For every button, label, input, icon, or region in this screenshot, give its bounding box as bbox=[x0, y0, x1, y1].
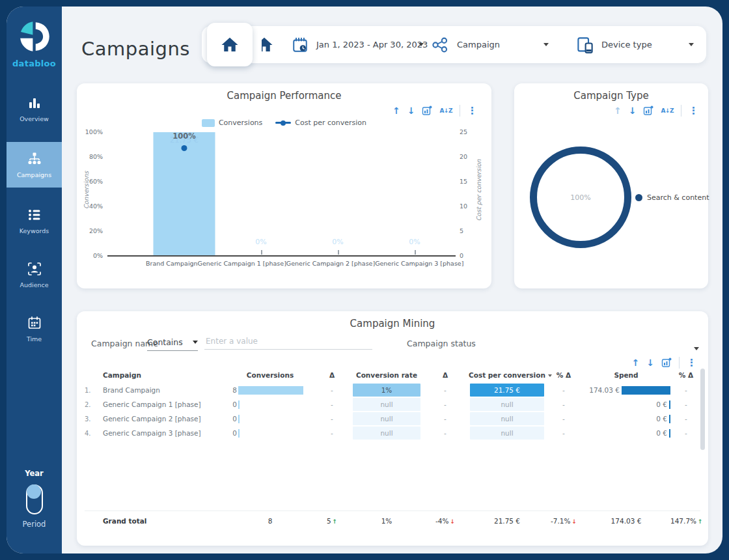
table-title: Campaign Mining bbox=[77, 318, 708, 329]
sort-up-icon[interactable]: ↑ bbox=[632, 358, 640, 367]
header-pct-delta[interactable]: % Δ bbox=[545, 371, 582, 379]
chart-title: Campaign Performance bbox=[77, 90, 491, 102]
sidebar: databloo Overview Campaigns Keywords Aud bbox=[7, 7, 62, 553]
sort-down-icon[interactable]: ↓ bbox=[646, 358, 654, 367]
campaign-mining-card: Campaign Mining Campaign name Contains C… bbox=[77, 311, 708, 546]
cell-delta: - bbox=[422, 400, 469, 408]
bar-swatch-icon bbox=[202, 119, 215, 127]
bar-value-label: 0% bbox=[223, 238, 299, 246]
total-cost-delta: -7.1%↓ bbox=[545, 517, 582, 525]
table-row[interactable]: 2. Generic Campaign 1 [phase] 0 - null -… bbox=[85, 397, 702, 412]
row-number: 1. bbox=[85, 387, 103, 394]
cell-delta: - bbox=[312, 415, 351, 423]
cell-conversions: 8 bbox=[228, 386, 312, 395]
sidebar-item-campaigns[interactable]: Campaigns bbox=[7, 142, 62, 188]
filter-operator-select[interactable]: Contains bbox=[147, 337, 198, 351]
x-axis-labels: Brand Campaign Generic Campaign 1 [phase… bbox=[146, 260, 453, 267]
table-scrollbar[interactable] bbox=[700, 369, 705, 450]
y-axis-left-title: Conversions bbox=[83, 154, 90, 226]
cell-campaign: Generic Campaign 2 [phase] bbox=[103, 415, 228, 423]
sort-up-icon[interactable]: ↑ bbox=[614, 106, 622, 115]
row-number: 3. bbox=[85, 415, 103, 423]
table-controls: ↑ ↓ ⋮ bbox=[632, 357, 696, 369]
y-axis-right-ticks: 25 20 15 10 5 0 bbox=[460, 128, 475, 259]
conversions-bar bbox=[238, 415, 240, 423]
header-cost-per-conversion[interactable]: Cost per conversion bbox=[469, 371, 545, 379]
date-range-caret[interactable] bbox=[419, 26, 424, 63]
sort-az-icon[interactable]: A↓Z bbox=[439, 106, 452, 115]
date-range-picker[interactable]: Jan 1, 2023 - Apr 30, 2023 bbox=[292, 26, 428, 63]
cell-conversion-rate: null bbox=[353, 398, 420, 411]
sidebar-item-audience[interactable]: Audience bbox=[7, 256, 62, 288]
total-conversion-rate: 1% bbox=[351, 517, 422, 525]
header-pct-delta[interactable]: % Δ bbox=[670, 371, 702, 379]
device-filter-label: Device type bbox=[601, 40, 652, 49]
table-row[interactable]: 3. Generic Campaign 2 [phase] 0 - null -… bbox=[85, 412, 702, 426]
chevron-down-icon bbox=[694, 347, 699, 350]
audience-icon bbox=[7, 261, 62, 278]
sort-az-icon[interactable]: A↓Z bbox=[661, 106, 674, 115]
optional-metrics-icon[interactable] bbox=[661, 357, 672, 368]
bar-group-generic-3[interactable]: 0% bbox=[376, 132, 453, 255]
header-campaign[interactable]: Campaign bbox=[103, 371, 228, 379]
cell-spend: 0 € bbox=[582, 400, 670, 409]
cell-cost-per-conversion: 21.75 € bbox=[470, 384, 544, 397]
more-menu-icon[interactable]: ⋮ bbox=[467, 106, 477, 115]
cell-campaign: Generic Campaign 3 [phase] bbox=[103, 429, 228, 437]
cell-delta: - bbox=[422, 386, 469, 394]
sidebar-item-time[interactable]: Time bbox=[7, 310, 62, 343]
header-delta[interactable]: Δ bbox=[312, 371, 351, 379]
sidebar-item-overview[interactable]: Overview bbox=[7, 90, 62, 122]
sort-down-icon[interactable]: ↓ bbox=[629, 106, 637, 115]
bar-group-generic-2[interactable]: 0% bbox=[299, 132, 376, 255]
cell-cost-per-conversion: null bbox=[470, 412, 544, 425]
cell-cost-per-conversion: null bbox=[470, 398, 544, 411]
bar-value-label: 0% bbox=[299, 238, 376, 246]
device-filter-caret[interactable] bbox=[689, 26, 694, 63]
bar-group-brand-campaign[interactable]: 100% 21.75 € bbox=[146, 132, 223, 255]
campaign-filter-label: Campaign bbox=[457, 40, 500, 49]
table-row[interactable]: 4. Generic Campaign 3 [phase] 0 - null -… bbox=[85, 426, 702, 440]
table-row[interactable]: 1. Brand Campaign 8 - 1% - 21.75 € - 174… bbox=[85, 383, 702, 397]
header-delta[interactable]: Δ bbox=[422, 371, 469, 379]
divider bbox=[681, 105, 681, 117]
sort-up-icon[interactable]: ↑ bbox=[392, 106, 400, 115]
device-filter[interactable]: Device type bbox=[575, 26, 652, 63]
brand-name: databloo bbox=[7, 59, 62, 68]
cell-delta: - bbox=[312, 400, 351, 408]
optional-metrics-icon[interactable] bbox=[643, 105, 653, 116]
header-conversions[interactable]: Conversions bbox=[228, 371, 312, 379]
tick-label: 25 bbox=[460, 128, 467, 135]
cost-line-point[interactable] bbox=[182, 145, 187, 151]
total-rate-delta: -4%↓ bbox=[422, 517, 469, 525]
year-period-toggle[interactable] bbox=[26, 484, 43, 514]
cell-pct-delta: - bbox=[670, 415, 702, 423]
cell-pct-delta: - bbox=[545, 400, 582, 408]
cell-delta: - bbox=[422, 415, 469, 423]
chart-controls: ↑ ↓ A↓Z ⋮ bbox=[614, 105, 698, 117]
sort-down-icon[interactable]: ↓ bbox=[407, 106, 415, 115]
tick-label: 100% bbox=[85, 128, 103, 135]
legend-label: Search & content bbox=[647, 193, 709, 202]
campaign-filter-caret[interactable] bbox=[543, 26, 549, 63]
sidebar-item-keywords[interactable]: Keywords bbox=[7, 202, 62, 234]
bar-chart-icon bbox=[7, 95, 62, 112]
row-number: 2. bbox=[85, 401, 103, 408]
chevron-down-icon bbox=[419, 43, 424, 46]
total-conversions-delta: 5↑ bbox=[312, 517, 351, 525]
more-menu-icon[interactable]: ⋮ bbox=[687, 358, 696, 367]
conversions-bar bbox=[238, 386, 303, 395]
filter-status-caret[interactable] bbox=[694, 341, 699, 353]
filter-value-input[interactable] bbox=[204, 337, 372, 350]
bar-group-generic-1[interactable]: 0% bbox=[223, 132, 299, 255]
sitemap-icon bbox=[7, 151, 62, 168]
total-conversions: 8 bbox=[228, 517, 312, 525]
tick-label: 15 bbox=[460, 178, 467, 185]
header-conversion-rate[interactable]: Conversion rate bbox=[351, 371, 422, 379]
campaign-filter[interactable]: Campaign bbox=[431, 26, 500, 63]
header-spend[interactable]: Spend bbox=[582, 371, 670, 379]
home-button[interactable] bbox=[207, 23, 253, 66]
more-menu-icon[interactable]: ⋮ bbox=[689, 106, 698, 115]
databloo-logo-icon bbox=[16, 18, 53, 55]
optional-metrics-icon[interactable] bbox=[422, 105, 432, 116]
